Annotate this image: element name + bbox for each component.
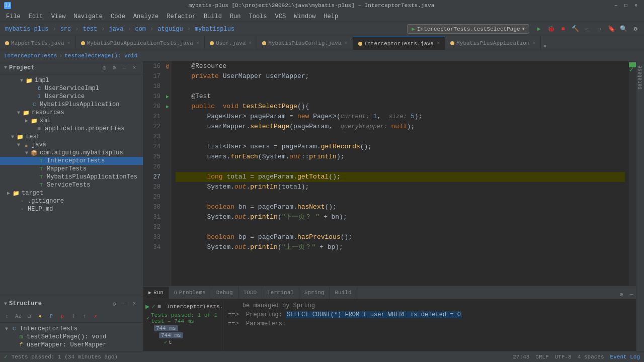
nav-java[interactable]: java xyxy=(107,25,125,34)
run-button[interactable]: ▶ xyxy=(533,24,544,35)
menu-file[interactable]: File xyxy=(2,12,25,21)
stop-run-button[interactable]: ■ xyxy=(157,303,161,310)
tab-mapper-tests[interactable]: MapperTests.java × xyxy=(0,37,76,50)
nav-atguigu[interactable]: atguigu xyxy=(155,25,185,34)
panel-locate-icon[interactable]: ◎ xyxy=(100,63,109,72)
tab-close-icon[interactable]: × xyxy=(67,41,70,46)
tab-close-icon[interactable]: × xyxy=(532,41,535,46)
struct-close-icon[interactable]: — xyxy=(120,299,129,308)
struct-icon1[interactable]: ⚙ xyxy=(110,299,119,308)
nav-mybatis-plus[interactable]: mybatis-plus xyxy=(3,25,50,34)
project-expand-icon[interactable]: ▼ xyxy=(4,65,7,70)
structure-header[interactable]: ▼ Structure ⚙ — × xyxy=(0,297,143,310)
struct-minimize-icon[interactable]: × xyxy=(130,299,139,308)
nav-mybatisplus[interactable]: mybatisplus xyxy=(193,25,236,34)
struct-field-icon[interactable]: f xyxy=(68,311,78,321)
run-result-744ms-2[interactable]: 744 ms xyxy=(143,332,223,339)
struct-item-class[interactable]: ▼ C InterceptorTests xyxy=(0,325,143,333)
tree-item-test[interactable]: ▼ 📁 test xyxy=(0,133,143,141)
menu-tools[interactable]: Tools xyxy=(245,12,271,21)
tree-item-interceptor-tests[interactable]: T InterceptorTests xyxy=(0,157,143,165)
maximize-button[interactable]: □ xyxy=(622,2,630,10)
run-result-item-t[interactable]: ✓ t xyxy=(143,339,223,346)
bottom-tab-run[interactable]: ▶ Run xyxy=(143,287,169,299)
menu-help[interactable]: Help xyxy=(319,12,342,21)
tree-item-gitignore[interactable]: ◦ .gitignore xyxy=(0,197,143,205)
bottom-tab-build[interactable]: Build xyxy=(330,287,357,299)
run-result-744ms-1[interactable]: 744 ms xyxy=(143,325,223,332)
tree-item-java[interactable]: ▼ ☕ java xyxy=(0,141,143,149)
bottom-tab-terminal[interactable]: Terminal xyxy=(262,287,299,299)
forward-button[interactable]: → xyxy=(594,24,605,35)
tab-interceptor-tests[interactable]: InterceptorTests.java × xyxy=(353,37,446,50)
struct-item-method[interactable]: m testSelectPage(): void xyxy=(0,333,143,341)
bookmark-button[interactable]: 🔖 xyxy=(606,24,617,35)
tab-close-icon[interactable]: × xyxy=(249,41,252,46)
bottom-settings-icon[interactable]: ⚙ xyxy=(617,290,626,299)
struct-anon-icon[interactable]: ✗ xyxy=(91,311,101,321)
build-button[interactable]: 🔨 xyxy=(570,24,581,35)
struct-expand-all-icon[interactable]: ⊞ xyxy=(24,311,34,321)
tree-item-user-service-impl[interactable]: C UserServiceImpl xyxy=(0,84,143,93)
bread-method[interactable]: testSelectPage(): void xyxy=(64,53,137,59)
menu-vcs[interactable]: VCS xyxy=(271,12,290,21)
tree-item-xml[interactable]: ▶ 📁 xml xyxy=(0,117,143,125)
menu-edit[interactable]: Edit xyxy=(25,12,47,21)
tree-item-resources[interactable]: ▼ 📁 resources xyxy=(0,109,143,117)
menu-build[interactable]: Build xyxy=(200,12,226,21)
struct-sort-icon[interactable]: ↕ xyxy=(2,311,12,321)
nav-src[interactable]: src xyxy=(58,25,73,34)
code-content[interactable]: @Resource private UserMapper userMapper;… xyxy=(172,61,629,286)
panel-settings-icon[interactable]: ⚙ xyxy=(110,63,119,72)
tab-close-icon[interactable]: × xyxy=(345,41,348,46)
menu-window[interactable]: Window xyxy=(290,12,319,21)
menu-analyze[interactable]: Analyze xyxy=(129,12,163,21)
menu-code[interactable]: Code xyxy=(107,12,129,21)
menu-navigate[interactable]: Navigate xyxy=(69,12,107,21)
tree-item-mybatisplus-app[interactable]: C MybatisPlusApplication xyxy=(0,101,143,109)
bottom-tab-todo[interactable]: TODO xyxy=(238,287,262,299)
stop-button[interactable]: ■ xyxy=(557,24,569,35)
search-everywhere-button[interactable]: 🔍 xyxy=(618,24,629,35)
back-button[interactable]: ← xyxy=(582,24,593,35)
tree-item-user-service[interactable]: I UserService xyxy=(0,93,143,101)
struct-private-icon[interactable]: p xyxy=(57,311,67,321)
run-config-selector[interactable]: ▶ InterceptorTests.testSelectPage ▼ xyxy=(407,24,529,34)
menu-view[interactable]: View xyxy=(47,12,70,21)
gutter-19[interactable]: ▶ xyxy=(164,92,172,102)
tab-close-icon[interactable]: × xyxy=(196,41,199,46)
gutter-16[interactable]: @ xyxy=(164,61,172,71)
debug-button[interactable]: 🐞 xyxy=(545,24,556,35)
run-result-pass[interactable]: ✓ Tests passed: 1 of 1 test – 744 ms xyxy=(143,312,223,325)
tab-mybatisplus-application[interactable]: MybatisPlusApplication × xyxy=(445,37,541,50)
nav-com[interactable]: com xyxy=(133,25,148,34)
tab-close-icon[interactable]: × xyxy=(437,41,440,46)
bottom-tab-problems[interactable]: 6 Problems xyxy=(169,287,211,299)
panel-collapse-icon[interactable]: — xyxy=(120,63,129,72)
minimize-button[interactable]: − xyxy=(612,2,620,10)
event-log-link[interactable]: Event Log xyxy=(610,354,640,360)
bottom-minimize-icon[interactable]: — xyxy=(627,290,636,299)
window-controls[interactable]: − □ × xyxy=(612,2,640,10)
tab-mybatisplus-app-tests[interactable]: MybatisPlusApplicationTests.java × xyxy=(76,37,205,50)
tree-item-target[interactable]: ▶ 📁 target xyxy=(0,189,143,197)
nav-test[interactable]: test xyxy=(80,25,99,34)
database-label[interactable]: Database xyxy=(636,63,644,92)
tree-item-mybatisplus-app-tests[interactable]: T MybatisPlusApplicationTes xyxy=(0,173,143,181)
close-button[interactable]: × xyxy=(632,2,640,10)
gutter-20[interactable]: ▶ xyxy=(164,102,172,112)
struct-public-icon[interactable]: P xyxy=(46,311,56,321)
tree-item-app-properties[interactable]: ≡ application.properties xyxy=(0,125,143,133)
rerun-failed-button[interactable]: ✓ xyxy=(151,303,155,310)
bottom-tab-spring[interactable]: Spring xyxy=(299,287,330,299)
menu-refactor[interactable]: Refactor xyxy=(163,12,200,21)
rerun-button[interactable]: ▶ xyxy=(145,302,149,311)
struct-alpha-icon[interactable]: Az xyxy=(13,311,23,321)
tree-item-com-atguigu[interactable]: ▼ 📦 com.atguigu.mybatisplus xyxy=(0,149,143,157)
menu-run[interactable]: Run xyxy=(226,12,245,21)
tree-item-mapper-tests[interactable]: T MapperTests xyxy=(0,165,143,173)
tree-item-help-md[interactable]: ◦ HELP.md xyxy=(0,205,143,213)
settings-button[interactable]: ⚙ xyxy=(630,24,641,35)
tab-user[interactable]: User.java × xyxy=(205,37,257,50)
tab-mybatisplus-config[interactable]: MybatisPlusConfig.java × xyxy=(257,37,353,50)
